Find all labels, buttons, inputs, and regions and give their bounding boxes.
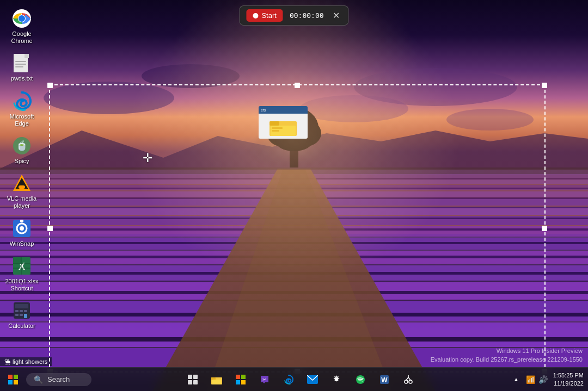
windows-watermark: Windows 11 Pro Insider Preview Evaluatio… <box>431 347 583 364</box>
svg-line-106 <box>408 377 411 380</box>
winsnap-icon <box>11 218 33 239</box>
svg-rect-73 <box>20 310 23 312</box>
start-recording-button[interactable]: Start <box>246 9 283 22</box>
taskbar-center-icons: ✂ <box>91 370 510 389</box>
desktop-icon-vlc[interactable]: VLC media player <box>2 170 41 212</box>
wifi-icon[interactable]: 📶 <box>526 375 535 384</box>
search-bar[interactable]: 🔍 Search <box>26 373 91 386</box>
svg-rect-81 <box>272 127 283 129</box>
desktop-icon-spicy[interactable]: 🍵 Spicy <box>2 133 41 167</box>
clock-date: 11/19/2022 <box>554 380 584 387</box>
svg-rect-53 <box>15 66 23 67</box>
svg-rect-94 <box>236 375 240 379</box>
weather-text: light showers <box>13 358 47 365</box>
svg-point-104 <box>409 380 412 383</box>
start-button[interactable] <box>2 370 24 389</box>
svg-rect-63 <box>20 220 23 222</box>
svg-point-2 <box>44 82 174 114</box>
svg-rect-72 <box>15 310 19 312</box>
desktop-icons-panel: Google Chrome pwds.txt <box>0 0 44 391</box>
edge-label: Microsoft Edge <box>4 113 39 127</box>
desktop-icon-calculator[interactable]: Calculator <box>2 297 41 332</box>
excel-label: 2001Q1.xlsx Shortcut <box>4 278 39 292</box>
vlc-icon <box>11 172 33 194</box>
svg-rect-82 <box>272 130 279 132</box>
chrome-label: Google Chrome <box>4 30 39 45</box>
svg-rect-74 <box>24 310 27 312</box>
chrome-icon <box>11 8 33 29</box>
svg-point-62 <box>20 226 24 231</box>
taskbar: 🔍 Search <box>0 367 588 391</box>
mini-fe-title: efs <box>261 108 266 112</box>
calculator-label: Calculator <box>8 322 35 330</box>
desktop-icon-chrome[interactable]: Google Chrome <box>2 5 41 47</box>
svg-rect-88 <box>193 375 198 379</box>
svg-rect-86 <box>14 380 18 384</box>
svg-rect-87 <box>188 375 192 379</box>
edge-icon <box>11 90 33 112</box>
taskbar-settings[interactable] <box>326 370 347 389</box>
svg-rect-51 <box>15 61 26 62</box>
svg-rect-52 <box>15 64 26 65</box>
svg-rect-84 <box>14 375 18 379</box>
search-icon: 🔍 <box>34 375 43 384</box>
desktop-icon-excel[interactable]: X 2001Q1.xlsx Shortcut <box>2 253 41 294</box>
spicy-icon: 🍵 <box>11 135 33 157</box>
svg-text:✂: ✂ <box>262 377 267 382</box>
svg-point-4 <box>299 95 408 122</box>
svg-point-6 <box>446 109 534 131</box>
svg-rect-66 <box>13 257 21 264</box>
desktop-icon-pwds[interactable]: pwds.txt <box>2 50 41 84</box>
svg-rect-79 <box>270 121 279 126</box>
svg-rect-71 <box>15 304 28 308</box>
winsnap-label: WinSnap <box>10 240 34 247</box>
mini-file-explorer-window[interactable]: efs <box>259 106 308 139</box>
svg-rect-59 <box>16 189 27 191</box>
svg-rect-44 <box>0 167 588 170</box>
watermark-line2: Evaluation copy. Build 25267.rs_prerelea… <box>431 356 583 364</box>
weather-widget: 🌦 light showers <box>0 357 52 366</box>
taskbar-file-explorer[interactable] <box>206 370 228 389</box>
taskbar-store[interactable] <box>230 370 252 389</box>
start-button-label: Start <box>261 11 276 20</box>
svg-rect-75 <box>15 314 19 316</box>
svg-text:🍵: 🍵 <box>16 140 28 152</box>
taskbar-edge[interactable] <box>278 370 299 389</box>
close-toolbar-button[interactable]: ✕ <box>330 10 342 21</box>
desktop-icon-winsnap[interactable]: WinSnap <box>2 215 41 250</box>
watermark-line1: Windows 11 Pro Insider Preview <box>431 347 583 355</box>
systray-arrow[interactable]: ▲ <box>510 370 523 389</box>
svg-rect-85 <box>8 380 13 384</box>
svg-rect-89 <box>188 380 192 384</box>
pwds-icon <box>11 52 33 74</box>
weather-icon: 🌦 <box>4 358 10 365</box>
taskbar-spotify[interactable] <box>350 370 371 389</box>
svg-point-5 <box>142 64 240 88</box>
svg-rect-83 <box>8 375 13 379</box>
arrow-up-icon: ▲ <box>513 376 519 382</box>
desktop-icon-edge[interactable]: Microsoft Edge <box>2 88 41 129</box>
recording-toolbar: Start 00:00:00 ✕ <box>239 5 348 26</box>
taskbar-mail[interactable] <box>302 370 323 389</box>
svg-rect-76 <box>20 314 23 316</box>
volume-icon[interactable]: 🔊 <box>538 375 548 384</box>
move-cursor-indicator: ✛ <box>143 151 152 165</box>
mini-fe-titlebar: efs <box>259 106 308 114</box>
clock-time: 1:55:25 PM <box>553 371 584 379</box>
spicy-label: Spicy <box>15 158 29 165</box>
taskbar-snipping[interactable]: ✂ <box>254 370 275 389</box>
svg-rect-96 <box>236 380 240 384</box>
svg-rect-90 <box>193 380 198 384</box>
desktop: Google Chrome pwds.txt <box>0 0 588 391</box>
svg-point-48 <box>19 15 25 22</box>
svg-rect-58 <box>19 185 25 189</box>
svg-rect-93 <box>212 380 221 384</box>
mini-fe-body <box>259 114 308 139</box>
taskbar-word[interactable]: W <box>373 370 395 389</box>
taskbar-snip2[interactable] <box>397 370 419 389</box>
system-clock[interactable]: 1:55:25 PM 11/19/2022 <box>551 371 584 387</box>
svg-point-103 <box>405 380 408 383</box>
recording-timer: 00:00:00 <box>287 11 326 20</box>
taskbar-task-view[interactable] <box>182 370 204 389</box>
svg-rect-77 <box>24 314 27 318</box>
